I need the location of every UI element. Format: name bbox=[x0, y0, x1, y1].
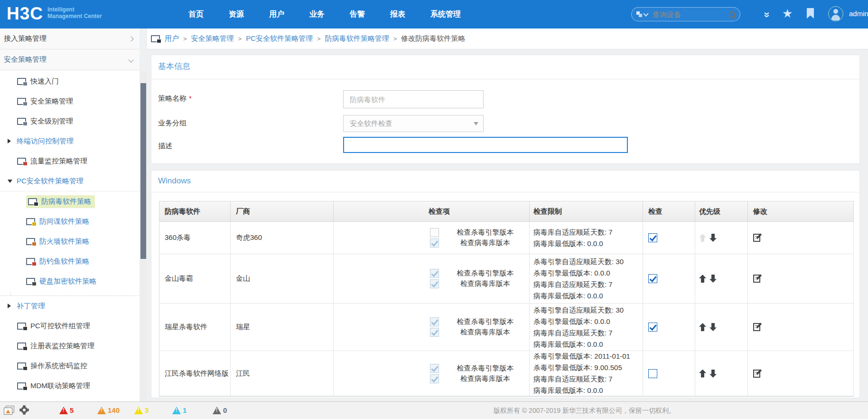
virusdb-check-checkbox bbox=[430, 374, 439, 383]
major-alarm-counter[interactable]: 140 bbox=[97, 406, 120, 414]
cell-modify bbox=[748, 222, 854, 254]
alarm-browser-icon[interactable] bbox=[4, 406, 14, 414]
menu-users[interactable]: 用户 bbox=[261, 0, 292, 29]
search-input[interactable] bbox=[652, 10, 726, 19]
edit-icon[interactable] bbox=[753, 275, 760, 283]
service-group-select[interactable]: 安全软件检查 bbox=[343, 115, 484, 132]
device-type-icon[interactable] bbox=[636, 11, 643, 18]
check-checkbox[interactable] bbox=[648, 369, 657, 378]
policy-name-input[interactable] bbox=[343, 90, 484, 108]
menu-alarms[interactable]: 告警 bbox=[342, 0, 373, 29]
breadcrumb-antivirus-policy[interactable]: 防病毒软件策略管理 bbox=[325, 34, 389, 43]
cell-software: 360杀毒 bbox=[159, 222, 231, 254]
sidebar-item-pc-software-group-mgmt[interactable]: PC可控软件组管理 bbox=[0, 316, 140, 336]
breadcrumb: 用户 > 安全策略管理 > PC安全软件策略管理 > 防病毒软件策略管理 > 修… bbox=[147, 29, 868, 49]
top-nav-bar: H3C Intelligent Management Center 首页 资源 … bbox=[0, 0, 868, 29]
tree-divider bbox=[0, 291, 140, 296]
critical-alarm-counter[interactable]: 5 bbox=[59, 406, 74, 414]
expanded-triangle-icon bbox=[8, 180, 12, 183]
breadcrumb-users[interactable]: 用户 bbox=[165, 34, 179, 43]
cell-vendor: 江民 bbox=[231, 351, 334, 396]
priority-up-icon[interactable] bbox=[699, 275, 706, 283]
copyright-text: 版权所有 © 2007-2019 新华三技术有限公司，保留一切权利。 bbox=[494, 407, 675, 415]
cell-check bbox=[643, 304, 695, 351]
sidebar-item-firewall-policy[interactable]: 防火墙软件策略 bbox=[0, 231, 140, 251]
cell-check-limits: 杀毒引擎自适应顺延天数: 30 杀毒引擎最低版本: 0.0.0 病毒库自适应顺延… bbox=[530, 304, 643, 351]
main-menu: 首页 资源 用户 业务 告警 报表 系统管理 bbox=[181, 0, 468, 29]
warning-alarm-counter[interactable]: 1 bbox=[172, 406, 187, 414]
mdm-policy-icon bbox=[17, 382, 26, 390]
sidebar-item-registry-monitor-policy[interactable]: 注册表监控策略管理 bbox=[0, 336, 140, 356]
sidebar-item-disk-encryption-policy[interactable]: 硬盘加密软件策略 bbox=[0, 271, 140, 291]
monitor-icon bbox=[17, 118, 26, 125]
cell-modify bbox=[748, 254, 854, 304]
menu-resources[interactable]: 资源 bbox=[221, 0, 252, 29]
cell-vendor: 奇虎360 bbox=[231, 222, 334, 254]
sidebar-scrollbar-thumb[interactable] bbox=[140, 83, 146, 259]
h3c-logo: H3C bbox=[7, 4, 43, 24]
username-label[interactable]: admin bbox=[849, 10, 868, 18]
favorites-star-icon[interactable]: ★ bbox=[782, 7, 793, 20]
priority-down-icon[interactable] bbox=[709, 275, 717, 283]
edit-icon[interactable] bbox=[753, 234, 760, 242]
menu-service[interactable]: 业务 bbox=[302, 0, 332, 29]
minor-alarm-counter[interactable]: 3 bbox=[134, 406, 149, 414]
sidebar-item-security-policy-mgmt[interactable]: 安全策略管理 bbox=[0, 91, 140, 111]
sidebar-group-security-policy[interactable]: 安全策略管理 bbox=[0, 49, 140, 70]
menu-reports[interactable]: 报表 bbox=[383, 0, 413, 29]
sidebar-item-mdm-linkage-policy[interactable]: MDM联动策略管理 bbox=[0, 376, 140, 396]
cell-check-items: 检查杀毒引擎版本 检查病毒库版本 bbox=[334, 304, 530, 351]
divider bbox=[151, 79, 859, 79]
alarm-settings-icon[interactable] bbox=[21, 407, 28, 413]
major-alarm-icon bbox=[97, 407, 106, 414]
cell-check-limits: 病毒库自适应顺延天数: 7 病毒库最低版本: 0.0.0 bbox=[530, 222, 643, 254]
sidebar-item-security-level-mgmt[interactable]: 安全级别管理 bbox=[0, 111, 140, 131]
sidebar-item-quick-start[interactable]: 快速入门 bbox=[0, 71, 140, 91]
breadcrumb-pc-security-software[interactable]: PC安全软件策略管理 bbox=[246, 34, 313, 43]
chevron-down-icon[interactable] bbox=[643, 11, 648, 16]
sidebar-group-terminal-access-control[interactable]: 终端访问控制管理 bbox=[0, 131, 140, 151]
sidebar-group-pc-security-software[interactable]: PC安全软件策略管理 bbox=[0, 171, 140, 191]
check-checkbox[interactable] bbox=[648, 323, 657, 332]
sidebar-scrollbar-track[interactable] bbox=[140, 71, 147, 419]
bookmark-icon[interactable] bbox=[807, 8, 814, 19]
virusdb-check-checkbox bbox=[430, 328, 439, 337]
info-alarm-counter[interactable]: 0 bbox=[213, 406, 227, 414]
expand-toolbar-icon[interactable]: » bbox=[761, 12, 773, 18]
priority-down-icon[interactable] bbox=[709, 234, 717, 242]
collapsed-triangle-icon bbox=[8, 304, 11, 308]
sidebar-group-access-policy[interactable]: 接入策略管理 bbox=[0, 29, 140, 49]
priority-down-icon[interactable] bbox=[709, 370, 717, 378]
menu-system[interactable]: 系统管理 bbox=[423, 0, 468, 29]
sidebar-item-antispyware-policy[interactable]: 防间谍软件策略 bbox=[0, 211, 140, 231]
sidebar-item-antiphishing-policy[interactable]: 防钓鱼软件策略 bbox=[0, 251, 140, 271]
priority-down-icon[interactable] bbox=[709, 323, 717, 331]
col-header-priority: 优先级 bbox=[695, 201, 748, 222]
sidebar-group-patch-mgmt[interactable]: 补丁管理 bbox=[0, 296, 140, 316]
warning-alarm-icon bbox=[172, 407, 181, 414]
sidebar-item-traffic-monitor-policy[interactable]: 流量监控策略管理 bbox=[0, 151, 140, 171]
cell-software: 瑞星杀毒软件 bbox=[159, 304, 231, 351]
check-checkbox[interactable] bbox=[648, 274, 657, 283]
priority-up-icon[interactable] bbox=[699, 323, 706, 331]
device-search-box[interactable] bbox=[631, 7, 740, 21]
col-header-modify: 修改 bbox=[748, 201, 854, 222]
col-header-software: 防病毒软件 bbox=[159, 201, 231, 222]
breadcrumb-security-policy[interactable]: 安全策略管理 bbox=[191, 34, 234, 43]
sidebar-item-antivirus-policy[interactable]: 防病毒软件策略 bbox=[0, 191, 140, 211]
col-header-check: 检查 bbox=[643, 201, 695, 222]
logo-subtitle: Intelligent Management Center bbox=[47, 6, 102, 19]
info-alarm-icon bbox=[213, 407, 221, 414]
sidebar-tree: 快速入门 安全策略管理 安全级别管理 终端访问控制管理 流量监控策略管理 PC安… bbox=[0, 71, 140, 396]
edit-icon[interactable] bbox=[753, 370, 760, 378]
menu-home[interactable]: 首页 bbox=[181, 0, 211, 29]
check-checkbox[interactable] bbox=[648, 233, 657, 242]
basic-info-panel: 基本信息 策略名称* 业务分组 安全软件检查 描述 bbox=[151, 55, 860, 164]
sidebar-item-os-password-monitor[interactable]: 操作系统密码监控 bbox=[0, 356, 140, 376]
monitor-icon bbox=[17, 98, 26, 105]
user-avatar[interactable] bbox=[828, 6, 843, 21]
priority-up-icon[interactable] bbox=[699, 370, 706, 378]
description-input[interactable] bbox=[343, 137, 628, 153]
search-icon[interactable] bbox=[729, 11, 735, 18]
edit-icon[interactable] bbox=[753, 323, 760, 331]
